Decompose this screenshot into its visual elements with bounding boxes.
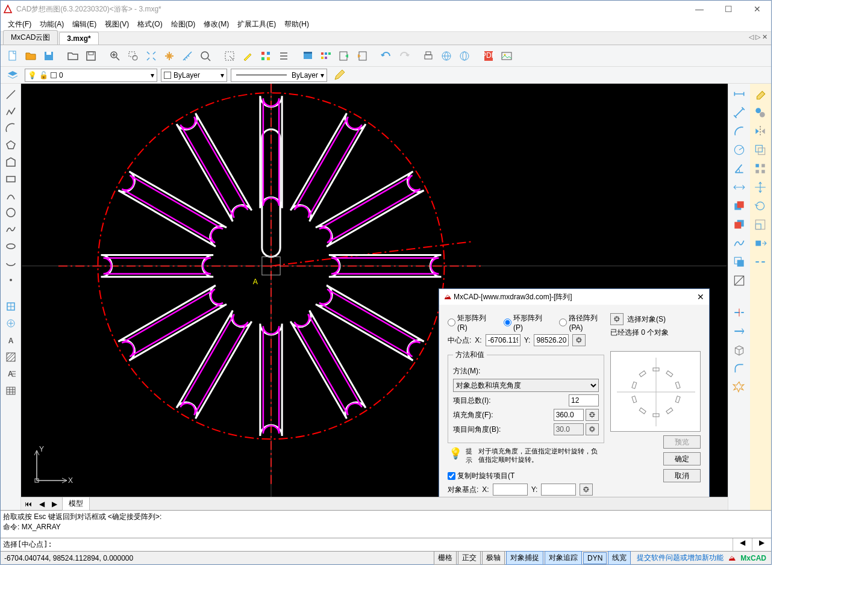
zoom-window-icon[interactable] (125, 48, 142, 64)
tab-next-icon[interactable]: ▶ (48, 500, 61, 508)
pick-item-angle-icon[interactable]: ⯐ (586, 423, 599, 435)
break-icon[interactable] (754, 255, 767, 270)
copy-front-icon[interactable] (733, 199, 746, 214)
redo-icon[interactable] (396, 48, 413, 64)
zoom-icon[interactable] (197, 48, 214, 64)
window-icon[interactable] (299, 48, 316, 64)
pan-icon[interactable] (161, 48, 178, 64)
status-grid[interactable]: 栅格 (434, 551, 457, 565)
status-lwt[interactable]: 线宽 (608, 551, 631, 565)
polyline-icon[interactable] (4, 104, 18, 119)
line-icon[interactable] (4, 87, 18, 102)
zoom-extents-icon[interactable] (143, 48, 160, 64)
layer-manager-icon[interactable] (4, 67, 21, 84)
point-icon[interactable] (4, 273, 18, 287)
save-icon[interactable] (40, 48, 57, 64)
color-combo[interactable]: ByLayer ▾ (161, 69, 227, 82)
trim-icon[interactable] (733, 306, 746, 321)
spline-icon[interactable] (4, 222, 18, 237)
cmdline-right-icon[interactable]: ▶ (752, 538, 771, 551)
table-icon[interactable] (4, 384, 18, 398)
image-icon[interactable] (498, 48, 515, 64)
spline2-icon[interactable] (733, 237, 746, 252)
maximize-button[interactable]: ☐ (719, 4, 737, 14)
mtext-icon[interactable]: A (4, 367, 18, 381)
open-icon[interactable] (22, 48, 39, 64)
total-input[interactable] (569, 394, 599, 406)
tab-prev-icon[interactable]: ◀ (36, 500, 48, 508)
center-x-input[interactable] (486, 334, 520, 346)
polygon-icon[interactable] (4, 138, 18, 152)
linetype-combo[interactable]: ByLayer ▾ (231, 69, 327, 82)
tab-scroll[interactable]: ◁ ▷ ✕ (749, 33, 767, 41)
dialog-close-icon[interactable]: ✕ (697, 292, 704, 302)
extend-icon[interactable] (733, 325, 746, 340)
dim-radius-icon[interactable] (733, 143, 746, 158)
menu-edit[interactable]: 编辑(E) (69, 18, 100, 31)
feedback-link[interactable]: 提交软件问题或增加新功能 (632, 553, 728, 563)
tab-file[interactable]: 3.mxg* (59, 32, 98, 45)
status-polar[interactable]: 极轴 (482, 551, 505, 565)
radio-polar[interactable]: 环形阵列(P) (504, 313, 545, 332)
radio-path[interactable]: 路径阵列(PA) (559, 313, 604, 332)
hatch-icon[interactable] (4, 350, 18, 364)
array-icon[interactable] (754, 162, 767, 177)
pick-center-icon[interactable]: ⯐ (572, 334, 586, 346)
rotate-checkbox[interactable]: 复制时旋转项目(T (448, 471, 514, 481)
list-icon[interactable] (275, 48, 292, 64)
base-y-input[interactable] (541, 484, 576, 496)
copy2-icon[interactable] (754, 106, 767, 121)
block-icon[interactable] (4, 299, 18, 314)
gradient-icon[interactable] (733, 274, 746, 289)
menu-modify[interactable]: 修改(M) (200, 18, 233, 31)
menu-help[interactable]: 帮助(H) (281, 18, 313, 31)
zoom-in-icon[interactable] (107, 48, 123, 64)
select-icon[interactable] (221, 48, 238, 64)
grid-icon[interactable] (257, 48, 274, 64)
insert-icon[interactable] (4, 316, 18, 331)
status-dyn[interactable]: DYN (583, 552, 607, 564)
menu-view[interactable]: 视图(V) (101, 18, 133, 31)
circle-icon[interactable] (4, 205, 18, 220)
tab-first-icon[interactable]: ⏮ (21, 500, 36, 508)
pick-angle-icon[interactable]: ⯐ (586, 409, 599, 421)
dim-horiz-icon[interactable] (733, 181, 746, 196)
arc-icon[interactable] (4, 121, 18, 135)
select-objects-label[interactable]: 选择对象(S) (627, 314, 666, 325)
command-input[interactable] (55, 538, 733, 551)
web-icon[interactable] (438, 48, 455, 64)
folder-icon[interactable] (64, 48, 81, 64)
status-ortho[interactable]: 正交 (458, 551, 481, 565)
move-icon[interactable] (754, 181, 767, 196)
radio-rect[interactable]: 矩形阵列(R) (448, 313, 489, 332)
scale-icon[interactable] (754, 218, 767, 233)
item-angle-input[interactable] (554, 423, 584, 435)
tab-cloud[interactable]: MxCAD云图 (3, 30, 58, 45)
menu-func[interactable]: 功能(A) (36, 18, 67, 31)
rectangle-icon[interactable] (4, 172, 18, 186)
select-objects-icon[interactable]: ⯐ (610, 313, 624, 325)
new-icon[interactable] (4, 48, 21, 64)
print-icon[interactable] (420, 48, 437, 64)
menu-draw[interactable]: 绘图(D) (167, 18, 199, 31)
export-icon[interactable] (336, 48, 352, 64)
ok-button[interactable]: 确定 (663, 452, 701, 465)
pencil-icon[interactable] (331, 67, 348, 84)
dim-angle-icon[interactable] (733, 162, 746, 177)
fill-angle-input[interactable] (554, 409, 584, 421)
palette-icon[interactable] (317, 48, 334, 64)
cube-icon[interactable] (733, 343, 746, 358)
explode-icon[interactable] (733, 381, 746, 396)
center-y-input[interactable] (534, 334, 569, 346)
cancel-button[interactable]: 取消 (663, 469, 701, 482)
fillet-icon[interactable] (733, 362, 746, 377)
dim-arc-icon[interactable] (733, 125, 746, 140)
base-x-input[interactable] (493, 484, 528, 496)
method-select[interactable]: 对象总数和填充角度 (453, 379, 599, 392)
copy-back-icon[interactable] (733, 218, 746, 233)
dim-aligned-icon[interactable] (733, 106, 746, 121)
offset-icon[interactable] (754, 143, 767, 158)
dim-linear-icon[interactable] (733, 87, 746, 102)
pick-base-icon[interactable]: ⯐ (580, 484, 593, 496)
cmdline-left-icon[interactable]: ◀ (733, 538, 752, 551)
